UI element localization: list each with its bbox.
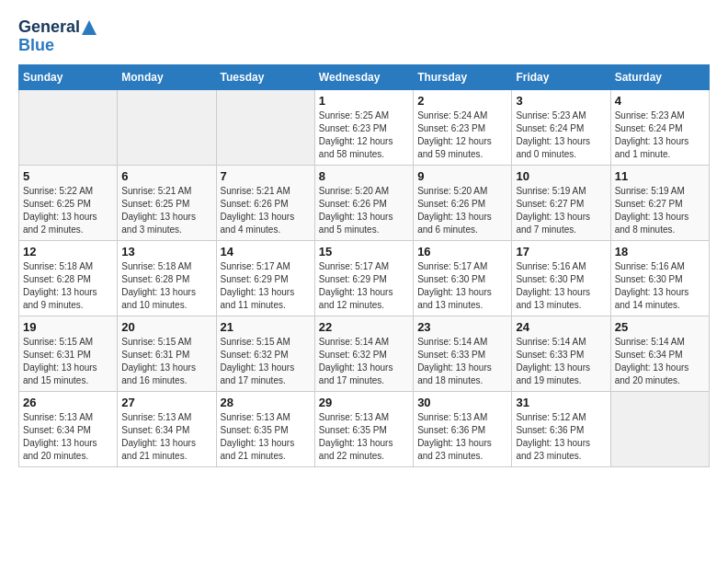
- calendar-week-row: 12Sunrise: 5:18 AM Sunset: 6:28 PM Dayli…: [19, 240, 710, 316]
- calendar-cell: 21Sunrise: 5:15 AM Sunset: 6:32 PM Dayli…: [216, 316, 314, 391]
- calendar-cell: 15Sunrise: 5:17 AM Sunset: 6:29 PM Dayli…: [314, 240, 413, 316]
- day-info: Sunrise: 5:24 AM Sunset: 6:23 PM Dayligh…: [417, 109, 507, 161]
- day-info: Sunrise: 5:18 AM Sunset: 6:28 PM Dayligh…: [121, 260, 211, 312]
- day-number: 3: [516, 94, 606, 108]
- day-number: 9: [417, 169, 507, 183]
- calendar-cell: 31Sunrise: 5:12 AM Sunset: 6:36 PM Dayli…: [512, 391, 610, 466]
- calendar-cell: 7Sunrise: 5:21 AM Sunset: 6:26 PM Daylig…: [216, 165, 314, 240]
- day-info: Sunrise: 5:13 AM Sunset: 6:34 PM Dayligh…: [121, 411, 211, 463]
- day-info: Sunrise: 5:23 AM Sunset: 6:24 PM Dayligh…: [615, 109, 705, 161]
- calendar-cell: 19Sunrise: 5:15 AM Sunset: 6:31 PM Dayli…: [19, 316, 118, 391]
- day-info: Sunrise: 5:16 AM Sunset: 6:30 PM Dayligh…: [516, 260, 606, 312]
- day-number: 17: [516, 245, 606, 259]
- calendar-cell: 29Sunrise: 5:13 AM Sunset: 6:35 PM Dayli…: [314, 391, 413, 466]
- day-info: Sunrise: 5:12 AM Sunset: 6:36 PM Dayligh…: [516, 411, 606, 463]
- day-info: Sunrise: 5:20 AM Sunset: 6:26 PM Dayligh…: [417, 185, 507, 236]
- day-info: Sunrise: 5:13 AM Sunset: 6:36 PM Dayligh…: [417, 411, 507, 463]
- calendar-day-header: Friday: [512, 64, 610, 89]
- calendar-day-header: Sunday: [19, 64, 118, 89]
- calendar-week-row: 1Sunrise: 5:25 AM Sunset: 6:23 PM Daylig…: [19, 89, 710, 165]
- day-info: Sunrise: 5:23 AM Sunset: 6:24 PM Dayligh…: [516, 109, 606, 161]
- day-number: 18: [615, 245, 705, 259]
- calendar-cell: 11Sunrise: 5:19 AM Sunset: 6:27 PM Dayli…: [610, 165, 709, 240]
- day-number: 13: [121, 245, 211, 259]
- calendar-cell: 3Sunrise: 5:23 AM Sunset: 6:24 PM Daylig…: [512, 89, 610, 165]
- calendar-day-header: Saturday: [610, 64, 709, 89]
- calendar-cell: 13Sunrise: 5:18 AM Sunset: 6:28 PM Dayli…: [118, 240, 216, 316]
- calendar-cell: 30Sunrise: 5:13 AM Sunset: 6:36 PM Dayli…: [414, 391, 512, 466]
- day-number: 4: [615, 94, 705, 108]
- day-number: 8: [319, 169, 409, 183]
- day-info: Sunrise: 5:21 AM Sunset: 6:26 PM Dayligh…: [221, 185, 311, 236]
- day-info: Sunrise: 5:20 AM Sunset: 6:26 PM Dayligh…: [319, 185, 409, 236]
- calendar-cell: 20Sunrise: 5:15 AM Sunset: 6:31 PM Dayli…: [118, 316, 216, 391]
- calendar-cell: [118, 89, 216, 165]
- calendar-cell: 10Sunrise: 5:19 AM Sunset: 6:27 PM Dayli…: [512, 165, 610, 240]
- day-number: 10: [516, 169, 606, 183]
- day-number: 19: [23, 320, 113, 334]
- calendar-cell: 18Sunrise: 5:16 AM Sunset: 6:30 PM Dayli…: [610, 240, 709, 316]
- day-number: 12: [23, 245, 113, 259]
- calendar-cell: [19, 89, 118, 165]
- calendar-cell: 2Sunrise: 5:24 AM Sunset: 6:23 PM Daylig…: [414, 89, 512, 165]
- calendar-week-row: 5Sunrise: 5:22 AM Sunset: 6:25 PM Daylig…: [19, 165, 710, 240]
- calendar-cell: 14Sunrise: 5:17 AM Sunset: 6:29 PM Dayli…: [216, 240, 314, 316]
- day-number: 24: [516, 320, 606, 334]
- day-number: 27: [121, 396, 211, 409]
- day-info: Sunrise: 5:17 AM Sunset: 6:29 PM Dayligh…: [319, 260, 409, 312]
- calendar-cell: 23Sunrise: 5:14 AM Sunset: 6:33 PM Dayli…: [414, 316, 512, 391]
- day-number: 30: [417, 396, 507, 409]
- day-number: 28: [221, 396, 311, 409]
- day-info: Sunrise: 5:19 AM Sunset: 6:27 PM Dayligh…: [516, 185, 606, 236]
- day-number: 31: [516, 396, 606, 409]
- calendar-cell: 1Sunrise: 5:25 AM Sunset: 6:23 PM Daylig…: [314, 89, 413, 165]
- day-number: 15: [319, 245, 409, 259]
- day-info: Sunrise: 5:14 AM Sunset: 6:33 PM Dayligh…: [516, 336, 606, 387]
- day-info: Sunrise: 5:25 AM Sunset: 6:23 PM Dayligh…: [319, 109, 409, 161]
- calendar-day-header: Wednesday: [314, 64, 413, 89]
- calendar-cell: [610, 391, 709, 466]
- logo-general: General: [18, 18, 80, 37]
- day-info: Sunrise: 5:16 AM Sunset: 6:30 PM Dayligh…: [615, 260, 705, 312]
- day-number: 2: [417, 94, 507, 108]
- day-info: Sunrise: 5:17 AM Sunset: 6:29 PM Dayligh…: [221, 260, 311, 312]
- calendar-day-header: Tuesday: [216, 64, 314, 89]
- calendar-cell: 27Sunrise: 5:13 AM Sunset: 6:34 PM Dayli…: [118, 391, 216, 466]
- calendar-day-header: Thursday: [414, 64, 512, 89]
- day-info: Sunrise: 5:14 AM Sunset: 6:32 PM Dayligh…: [319, 336, 409, 387]
- day-info: Sunrise: 5:15 AM Sunset: 6:31 PM Dayligh…: [121, 336, 211, 387]
- calendar-cell: 6Sunrise: 5:21 AM Sunset: 6:25 PM Daylig…: [118, 165, 216, 240]
- logo-icon: [82, 20, 97, 35]
- day-number: 20: [121, 320, 211, 334]
- day-number: 26: [23, 396, 113, 409]
- calendar-cell: 24Sunrise: 5:14 AM Sunset: 6:33 PM Dayli…: [512, 316, 610, 391]
- calendar-cell: 25Sunrise: 5:14 AM Sunset: 6:34 PM Dayli…: [610, 316, 709, 391]
- day-info: Sunrise: 5:15 AM Sunset: 6:31 PM Dayligh…: [23, 336, 113, 387]
- day-number: 14: [221, 245, 311, 259]
- day-number: 25: [615, 320, 705, 334]
- logo-blue: Blue: [18, 37, 54, 55]
- calendar-cell: 5Sunrise: 5:22 AM Sunset: 6:25 PM Daylig…: [19, 165, 118, 240]
- day-number: 1: [319, 94, 409, 108]
- day-number: 7: [221, 169, 311, 183]
- day-number: 23: [417, 320, 507, 334]
- day-number: 6: [121, 169, 211, 183]
- day-info: Sunrise: 5:13 AM Sunset: 6:35 PM Dayligh…: [221, 411, 311, 463]
- day-number: 29: [319, 396, 409, 409]
- calendar-table: SundayMondayTuesdayWednesdayThursdayFrid…: [18, 64, 710, 467]
- calendar-week-row: 19Sunrise: 5:15 AM Sunset: 6:31 PM Dayli…: [19, 316, 710, 391]
- day-info: Sunrise: 5:15 AM Sunset: 6:32 PM Dayligh…: [221, 336, 311, 387]
- day-info: Sunrise: 5:14 AM Sunset: 6:33 PM Dayligh…: [417, 336, 507, 387]
- day-info: Sunrise: 5:22 AM Sunset: 6:25 PM Dayligh…: [23, 185, 113, 236]
- calendar-day-header: Monday: [118, 64, 216, 89]
- calendar-cell: 12Sunrise: 5:18 AM Sunset: 6:28 PM Dayli…: [19, 240, 118, 316]
- calendar-cell: 16Sunrise: 5:17 AM Sunset: 6:30 PM Dayli…: [414, 240, 512, 316]
- day-info: Sunrise: 5:19 AM Sunset: 6:27 PM Dayligh…: [615, 185, 705, 236]
- calendar-cell: 22Sunrise: 5:14 AM Sunset: 6:32 PM Dayli…: [314, 316, 413, 391]
- day-info: Sunrise: 5:17 AM Sunset: 6:30 PM Dayligh…: [417, 260, 507, 312]
- calendar-cell: [216, 89, 314, 165]
- calendar-cell: 28Sunrise: 5:13 AM Sunset: 6:35 PM Dayli…: [216, 391, 314, 466]
- day-number: 11: [615, 169, 705, 183]
- calendar-header-row: SundayMondayTuesdayWednesdayThursdayFrid…: [19, 64, 710, 89]
- logo: General Blue: [18, 18, 97, 55]
